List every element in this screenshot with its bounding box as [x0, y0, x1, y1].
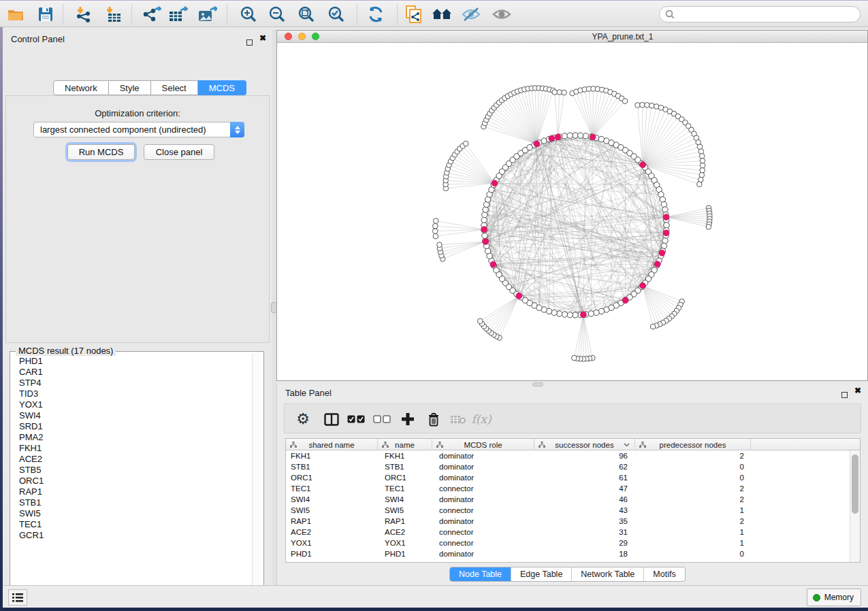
table-cell: STB1 [378, 463, 432, 471]
task-history-button[interactable] [8, 589, 27, 606]
optimization-criterion-select[interactable]: largest connected component (undirected) [33, 122, 244, 137]
import-network-button[interactable] [74, 5, 94, 24]
column-header-predecessor-nodes[interactable]: predecessor nodes [635, 439, 751, 450]
table-scrollbar[interactable] [850, 450, 860, 562]
status-bar: Memory [3, 585, 868, 608]
table-cell: dominator [432, 452, 534, 460]
mcds-result-item[interactable]: TEC1 [11, 519, 251, 530]
tab-mcds[interactable]: MCDS [198, 80, 246, 95]
mcds-result-item[interactable]: STP4 [11, 378, 251, 389]
column-header-name[interactable]: name [378, 439, 432, 450]
attribute-type-icon [290, 442, 297, 448]
zoom-out-button[interactable] [267, 5, 287, 24]
table-row[interactable]: FKH1FKH1dominator962 [286, 450, 850, 461]
save-session-button[interactable] [35, 5, 56, 24]
delete-row-button[interactable] [423, 409, 444, 429]
column-header-successor-nodes[interactable]: successor nodes [534, 439, 635, 450]
close-panel-button[interactable]: Close panel [144, 144, 214, 160]
column-header-MCDS-role[interactable]: MCDS role [432, 439, 534, 450]
mcds-result-item[interactable]: YOX1 [11, 399, 251, 410]
table-cell: 61 [534, 474, 635, 482]
close-panel-icon[interactable]: ✖ [854, 388, 861, 394]
run-mcds-button[interactable]: Run MCDS [67, 144, 135, 160]
table-cell: 0 [635, 474, 751, 482]
mcds-result-item[interactable]: TID3 [11, 389, 251, 399]
table-row[interactable]: PHD1PHD1dominator180 [286, 548, 850, 559]
mcds-result-item[interactable]: SWI5 [11, 508, 251, 519]
mcds-result-item[interactable]: STB5 [11, 465, 251, 476]
tab-node-table[interactable]: Node Table [450, 567, 511, 581]
share-documents-button[interactable] [403, 5, 423, 24]
sort-chevron-icon [624, 443, 630, 447]
close-panel-icon[interactable]: ✖ [259, 35, 266, 42]
export-image-button[interactable] [197, 5, 218, 24]
export-network-button[interactable] [142, 5, 162, 24]
hide-selected-button[interactable] [461, 5, 481, 24]
two-houses-button[interactable] [432, 5, 452, 24]
import-table-button[interactable] [103, 5, 123, 24]
table-cell: 2 [635, 484, 751, 493]
table-arrow-icon [169, 6, 188, 22]
maximize-traffic-light[interactable] [312, 33, 319, 40]
tab-motifs[interactable]: Motifs [643, 567, 684, 581]
table-row[interactable]: TEC1TEC1connector472 [286, 483, 850, 494]
select-all-button[interactable] [346, 409, 366, 429]
toolbar-divider [397, 4, 398, 24]
tab-network-table[interactable]: Network Table [571, 567, 643, 581]
mcds-result-item[interactable]: ORC1 [11, 476, 251, 486]
mcds-result-item[interactable]: GCR1 [11, 530, 251, 541]
show-columns-button[interactable] [321, 409, 342, 429]
tab-edge-table[interactable]: Edge Table [511, 567, 571, 581]
mcds-result-item[interactable]: PHD1 [11, 356, 251, 367]
table-cell: dominator [432, 495, 534, 503]
table-settings-button[interactable]: ⚙ [293, 409, 313, 429]
export-table-button[interactable] [168, 5, 189, 24]
memory-button[interactable]: Memory [807, 589, 861, 606]
column-header-shared-name[interactable]: shared name [286, 439, 378, 450]
mcds-result-item[interactable]: CAR1 [11, 367, 251, 378]
mcds-result-item[interactable]: PMA2 [11, 432, 251, 443]
table-row[interactable]: STB1STB1dominator620 [286, 461, 850, 472]
delete-table-button[interactable] [448, 409, 468, 429]
mcds-result-item[interactable]: SWI4 [11, 410, 251, 421]
tab-style[interactable]: Style [109, 80, 151, 95]
search-box[interactable] [659, 6, 861, 22]
mcds-result-item[interactable]: SRD1 [11, 421, 251, 432]
close-traffic-light[interactable] [285, 33, 292, 40]
mcds-result-list[interactable]: PHD1CAR1STP4TID3YOX1SWI4SRD1PMA2FKH1ACE2… [11, 356, 251, 598]
mcds-result-item[interactable]: STB1 [11, 497, 251, 508]
network-window-titlebar[interactable]: YPA_prune.txt_1 [277, 31, 867, 43]
float-panel-icon[interactable] [246, 36, 253, 48]
table-cell: RAP1 [378, 517, 432, 525]
minimize-traffic-light[interactable] [298, 33, 306, 40]
zoom-selected-button[interactable] [326, 5, 347, 24]
table-row[interactable]: YOX1YOX1connector291 [286, 538, 850, 548]
mcds-result-item[interactable]: FKH1 [11, 443, 251, 454]
function-builder-button[interactable]: f(x) [471, 409, 492, 429]
tab-select[interactable]: Select [151, 80, 198, 95]
show-all-button[interactable] [492, 5, 512, 24]
table-panel-tabs: Node TableEdge TableNetwork TableMotifs [449, 567, 686, 582]
refresh-button[interactable] [366, 5, 386, 24]
network-canvas[interactable] [277, 43, 867, 380]
deselect-all-button[interactable] [372, 409, 392, 429]
table-row[interactable]: SWI4SWI4dominator462 [286, 494, 850, 505]
tab-network[interactable]: Network [53, 80, 109, 95]
table-row[interactable]: RAP1RAP1dominator352 [286, 516, 850, 527]
zoom-in-button[interactable] [238, 5, 259, 24]
search-input[interactable] [675, 10, 845, 19]
open-file-button[interactable] [5, 5, 26, 24]
float-panel-icon[interactable] [841, 389, 848, 401]
control-panel-title: Control Panel [11, 34, 65, 44]
table-row[interactable]: ACE2ACE2connector311 [286, 527, 850, 538]
mcds-result-item[interactable]: ACE2 [11, 454, 251, 465]
mcds-result-item[interactable]: RAP1 [11, 486, 251, 497]
add-row-button[interactable] [398, 409, 418, 429]
table-row[interactable]: ORC1ORC1dominator610 [286, 472, 850, 483]
table-row[interactable]: SWI5SWI5connector431 [286, 505, 850, 516]
attribute-type-icon [436, 442, 443, 448]
zoom-fit-button[interactable] [296, 5, 317, 24]
scrollbar-thumb[interactable] [852, 455, 858, 514]
mcds-list-scrollbar[interactable] [252, 353, 261, 598]
table-cell: SWI4 [378, 495, 432, 503]
